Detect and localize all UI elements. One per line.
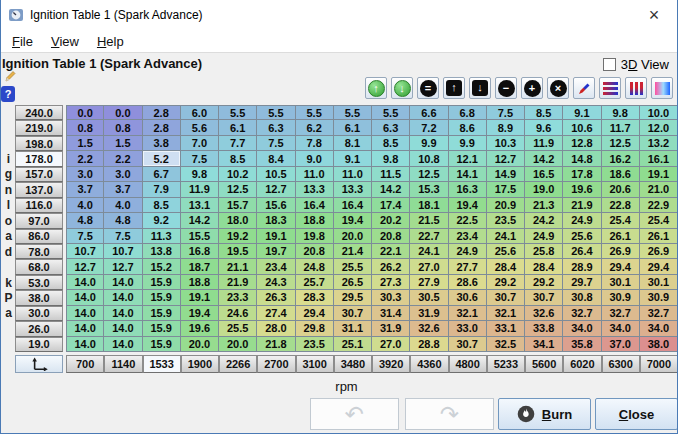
table-cell[interactable]: 21.0 — [640, 182, 678, 197]
table-cell[interactable]: 30.8 — [563, 290, 601, 305]
smooth-table-icon[interactable] — [651, 77, 673, 99]
table-cell[interactable]: 7.8 — [296, 136, 334, 151]
table-cell[interactable]: 32.7 — [602, 306, 640, 321]
table-cell[interactable]: 13.2 — [640, 136, 678, 151]
table-cell[interactable]: 18.0 — [219, 213, 257, 228]
table-cell[interactable]: 11.7 — [602, 120, 640, 135]
table-cell[interactable]: 13.1 — [181, 198, 219, 213]
table-cell[interactable]: 19.4 — [334, 213, 372, 228]
interpolate-vertical-icon[interactable] — [625, 77, 647, 99]
table-cell[interactable]: 24.1 — [487, 229, 525, 244]
rpm-bin-header[interactable]: 7000 — [640, 355, 678, 373]
table-cell[interactable]: 22.1 — [372, 244, 410, 259]
table-cell[interactable]: 26.4 — [563, 244, 601, 259]
table-cell[interactable]: 0.8 — [104, 120, 142, 135]
table-cell[interactable]: 14.8 — [563, 151, 601, 166]
table-cell[interactable]: 21.3 — [525, 198, 563, 213]
table-cell[interactable]: 21.9 — [219, 275, 257, 290]
table-cell[interactable]: 14.0 — [104, 337, 142, 352]
table-cell[interactable]: 14.1 — [449, 167, 487, 182]
table-cell[interactable]: 25.5 — [334, 259, 372, 274]
table-cell[interactable]: 24.1 — [410, 244, 448, 259]
table-cell[interactable]: 18.3 — [257, 213, 295, 228]
table-cell[interactable]: 31.9 — [410, 306, 448, 321]
table-cell[interactable]: 16.4 — [334, 198, 372, 213]
table-cell[interactable]: 18.6 — [602, 167, 640, 182]
table-cell[interactable]: 26.3 — [257, 290, 295, 305]
redo-button[interactable]: ↷ — [405, 398, 494, 430]
table-cell[interactable]: 29.2 — [525, 275, 563, 290]
close-window-button[interactable]: × — [631, 0, 677, 30]
table-cell[interactable]: 14.0 — [66, 290, 104, 305]
table-cell[interactable]: 12.7 — [487, 151, 525, 166]
load-bin-header[interactable]: 157.0 — [15, 167, 63, 182]
edit-tool-icon[interactable] — [3, 69, 17, 84]
table-cell[interactable]: 8.1 — [334, 136, 372, 151]
table-cell[interactable]: 30.9 — [602, 290, 640, 305]
scale-down-icon[interactable]: ↓ — [391, 77, 413, 99]
table-cell[interactable]: 19.8 — [296, 229, 334, 244]
table-cell[interactable]: 9.8 — [372, 151, 410, 166]
table-cell[interactable]: 19.6 — [563, 182, 601, 197]
rpm-bin-header[interactable]: 1140 — [104, 355, 142, 373]
table-cell[interactable]: 12.5 — [410, 167, 448, 182]
table-cell[interactable]: 15.9 — [143, 337, 181, 352]
table-cell[interactable]: 27.7 — [449, 259, 487, 274]
table-cell[interactable]: 9.8 — [181, 167, 219, 182]
table-cell[interactable]: 19.6 — [181, 321, 219, 336]
table-cell[interactable]: 2.2 — [66, 151, 104, 166]
rpm-bin-header[interactable]: 3100 — [296, 355, 334, 373]
table-cell[interactable]: 25.8 — [525, 244, 563, 259]
table-cell[interactable]: 34.1 — [525, 337, 563, 352]
table-cell[interactable]: 15.9 — [143, 321, 181, 336]
table-cell[interactable]: 3.8 — [143, 136, 181, 151]
table-cell[interactable]: 3.7 — [66, 182, 104, 197]
table-cell[interactable]: 29.2 — [487, 275, 525, 290]
table-cell[interactable]: 5.5 — [219, 105, 257, 120]
table-cell[interactable]: 7.7 — [219, 136, 257, 151]
table-cell[interactable]: 9.0 — [296, 151, 334, 166]
table-cell[interactable]: 15.9 — [143, 306, 181, 321]
table-cell[interactable]: 3.0 — [66, 167, 104, 182]
table-cell[interactable]: 2.2 — [104, 151, 142, 166]
table-cell[interactable]: 7.0 — [181, 136, 219, 151]
table-cell[interactable]: 29.7 — [563, 275, 601, 290]
table-cell[interactable]: 19.0 — [525, 182, 563, 197]
table-cell[interactable]: 4.0 — [66, 198, 104, 213]
table-cell[interactable]: 24.3 — [257, 275, 295, 290]
table-cell[interactable]: 24.9 — [449, 244, 487, 259]
table-cell[interactable]: 15.3 — [410, 182, 448, 197]
table-cell[interactable]: 15.5 — [181, 229, 219, 244]
load-bin-header[interactable]: 26.0 — [15, 321, 63, 336]
table-cell[interactable]: 5.5 — [372, 105, 410, 120]
table-cell[interactable]: 8.5 — [372, 136, 410, 151]
table-cell[interactable]: 24.2 — [525, 213, 563, 228]
table-cell[interactable]: 25.7 — [296, 275, 334, 290]
table-cell[interactable]: 11.5 — [372, 167, 410, 182]
load-bin-header[interactable]: 53.0 — [15, 275, 63, 290]
load-bin-header[interactable]: 116.0 — [15, 198, 63, 213]
table-cell[interactable]: 6.8 — [449, 105, 487, 120]
burn-button[interactable]: Burn — [498, 398, 591, 430]
table-cell[interactable]: 11.9 — [181, 182, 219, 197]
axis-swap-button[interactable] — [15, 355, 63, 373]
table-cell[interactable]: 20.9 — [487, 198, 525, 213]
table-cell[interactable]: 0.0 — [66, 105, 104, 120]
table-cell[interactable]: 16.5 — [525, 167, 563, 182]
table-cell[interactable]: 37.0 — [602, 337, 640, 352]
table-cell[interactable]: 7.5 — [66, 229, 104, 244]
table-cell[interactable]: 26.2 — [372, 259, 410, 274]
table-cell[interactable]: 13.3 — [296, 182, 334, 197]
table-cell[interactable]: 14.0 — [66, 337, 104, 352]
table-cell[interactable]: 27.9 — [410, 275, 448, 290]
table-cell[interactable]: 7.2 — [410, 120, 448, 135]
load-bin-header[interactable]: 19.0 — [15, 337, 63, 352]
checkbox-icon[interactable] — [603, 58, 616, 71]
table-cell[interactable]: 27.0 — [410, 259, 448, 274]
table-cell[interactable]: 12.5 — [602, 136, 640, 151]
table-cell[interactable]: 11.0 — [296, 167, 334, 182]
rpm-bin-header[interactable]: 6020 — [563, 355, 601, 373]
table-cell[interactable]: 9.1 — [334, 151, 372, 166]
table-cell[interactable]: 24.9 — [525, 229, 563, 244]
table-cell[interactable]: 31.9 — [372, 321, 410, 336]
